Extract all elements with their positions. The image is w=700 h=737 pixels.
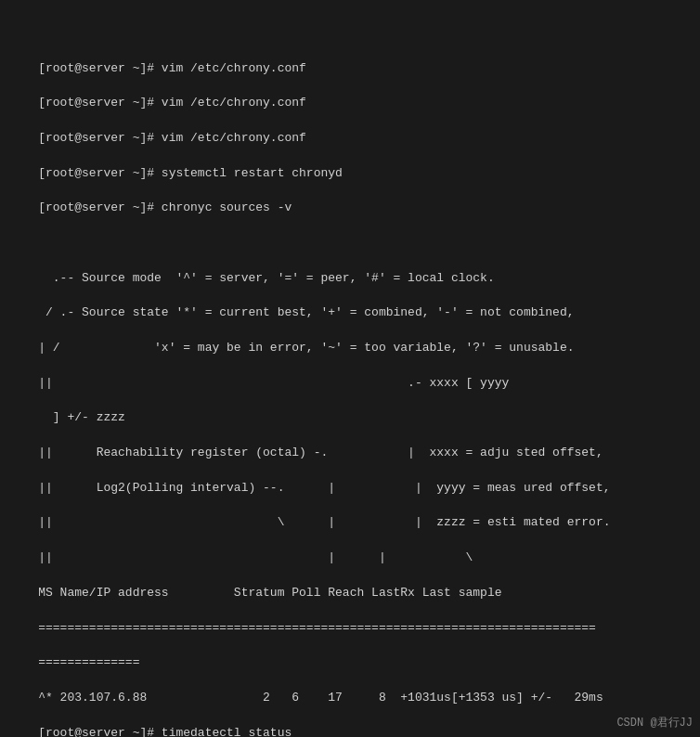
line-16: MS Name/IP address Stratum Poll Reach La… bbox=[38, 586, 501, 600]
line-11: ] +/- zzzz bbox=[38, 410, 125, 424]
line-7: .-- Source mode '^' = server, '=' = peer… bbox=[38, 271, 494, 285]
line-2: [root@server ~]# vim /etc/chrony.conf bbox=[38, 96, 306, 110]
line-13: || Log2(Polling interval) --. | | yyyy =… bbox=[38, 481, 610, 495]
line-15: || | | \ bbox=[38, 550, 473, 564]
line-ntp: ^* 203.107.6.88 2 6 17 8 +1031us[+1353 u… bbox=[38, 691, 603, 705]
line-12: || Reachability register (octal) -. | xx… bbox=[38, 446, 603, 459]
terminal-content: [root@server ~]# vim /etc/chrony.conf [r… bbox=[9, 43, 691, 737]
line-9: | / 'x' = may be in error, '~' = too var… bbox=[38, 341, 574, 355]
line-10: || .- xxxx [ yyyy bbox=[38, 376, 509, 390]
line-4: [root@server ~]# systemctl restart chron… bbox=[38, 166, 343, 180]
terminal-window: [root@server ~]# vim /etc/chrony.conf [r… bbox=[0, 0, 700, 737]
line-8: / .- Source state '*' = current best, '+… bbox=[38, 305, 574, 319]
line-3: [root@server ~]# vim /etc/chrony.conf bbox=[38, 131, 306, 145]
divider-1: ========================================… bbox=[38, 621, 596, 635]
divider-2: ============== bbox=[38, 655, 139, 669]
line-5: [root@server ~]# chronyc sources -v bbox=[38, 200, 292, 214]
line-1: [root@server ~]# vim /etc/chrony.conf bbox=[38, 61, 306, 75]
watermark: CSDN @君行JJ bbox=[616, 716, 693, 731]
line-14: || \ | | zzzz = esti mated error. bbox=[38, 515, 610, 529]
line-timedatectl: [root@server ~]# timedatectl status bbox=[38, 726, 292, 737]
